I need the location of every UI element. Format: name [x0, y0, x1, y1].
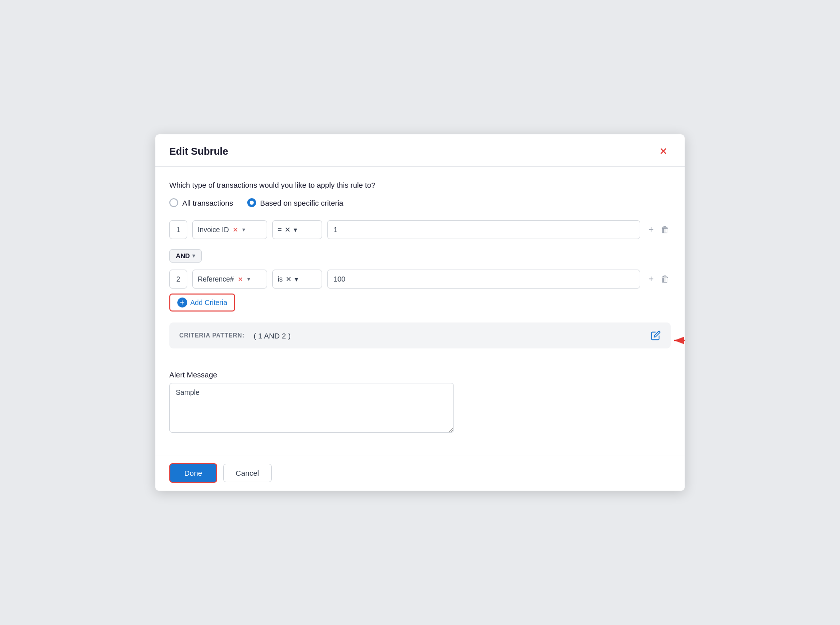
field-select-2[interactable]: Reference# ✕ ▾	[192, 270, 267, 289]
dialog-footer: Done Cancel	[155, 455, 685, 491]
operator-select-1[interactable]: = ✕ ▾	[272, 220, 322, 239]
radio-based-on-criteria[interactable]: Based on specific criteria	[247, 198, 344, 207]
criteria-row-1: 1 Invoice ID ✕ ▾ = ✕ ▾ + 🗑	[169, 220, 671, 239]
field-label-2: Reference#	[198, 275, 234, 283]
alert-message-label: Alert Message	[169, 370, 671, 379]
operator-chevron-1[interactable]: ▾	[294, 226, 297, 234]
criteria-row-2: 2 Reference# ✕ ▾ is ✕ ▾ + 🗑	[169, 270, 671, 289]
row-number-1: 1	[169, 220, 187, 239]
edit-subrule-dialog: Edit Subrule ✕ Which type of transaction…	[155, 134, 685, 491]
field-label-1: Invoice ID	[198, 226, 229, 234]
plus-circle-icon: +	[177, 298, 187, 308]
field-chevron-2[interactable]: ▾	[247, 276, 250, 283]
delete-row-2-button[interactable]: 🗑	[660, 273, 671, 286]
value-input-2[interactable]	[327, 270, 640, 289]
field-select-1[interactable]: Invoice ID ✕ ▾	[192, 220, 267, 239]
radio-group: All transactions Based on specific crite…	[169, 198, 671, 207]
close-button[interactable]: ✕	[656, 145, 671, 157]
criteria-pattern-container: CRITERIA PATTERN: ( 1 AND 2 )	[169, 322, 671, 360]
operator-select-2[interactable]: is ✕ ▾	[272, 270, 322, 289]
value-input-1[interactable]	[327, 220, 640, 239]
add-criteria-label: Add Criteria	[190, 299, 227, 307]
edit-pattern-button[interactable]	[651, 330, 661, 340]
alert-message-section: Alert Message Sample	[169, 370, 671, 435]
and-button[interactable]: AND ▾	[169, 249, 202, 263]
radio-all-label: All transactions	[182, 199, 233, 207]
radio-circle-all	[169, 198, 178, 207]
criteria-pattern-label: CRITERIA PATTERN:	[179, 332, 245, 339]
pencil-icon	[651, 330, 661, 340]
criteria-pattern-value: ( 1 AND 2 )	[254, 331, 291, 340]
field-clear-1[interactable]: ✕	[233, 226, 238, 234]
row-number-2: 2	[169, 270, 187, 289]
add-row-2-button[interactable]: +	[647, 273, 655, 286]
and-button-wrapper: AND ▾	[169, 244, 671, 270]
question-label: Which type of transactions would you lik…	[169, 181, 671, 189]
add-criteria-button[interactable]: + Add Criteria	[169, 294, 235, 312]
dialog-body: Which type of transactions would you lik…	[155, 167, 685, 455]
operator-chevron-2[interactable]: ▾	[295, 275, 298, 283]
operator-label-2: is	[278, 275, 283, 283]
row-actions-1: + 🗑	[647, 224, 671, 236]
row-actions-2: + 🗑	[647, 273, 671, 286]
red-arrow-annotation	[668, 332, 685, 350]
radio-all-transactions[interactable]: All transactions	[169, 198, 233, 207]
field-clear-2[interactable]: ✕	[238, 276, 243, 283]
red-arrow-svg	[668, 332, 685, 348]
and-label: AND	[176, 252, 190, 260]
alert-message-textarea[interactable]: Sample	[169, 383, 454, 433]
field-chevron-1[interactable]: ▾	[242, 226, 245, 233]
delete-row-1-button[interactable]: 🗑	[660, 224, 671, 236]
radio-criteria-label: Based on specific criteria	[260, 199, 344, 207]
radio-circle-criteria	[247, 198, 256, 207]
dialog-title: Edit Subrule	[169, 146, 228, 157]
add-row-1-button[interactable]: +	[647, 224, 655, 236]
operator-clear-1[interactable]: ✕	[285, 226, 291, 234]
and-chevron-icon: ▾	[192, 253, 195, 259]
operator-clear-2[interactable]: ✕	[286, 275, 292, 283]
criteria-pattern-box: CRITERIA PATTERN: ( 1 AND 2 )	[169, 322, 671, 348]
criteria-pattern-content: CRITERIA PATTERN: ( 1 AND 2 )	[179, 331, 291, 340]
done-button[interactable]: Done	[169, 463, 217, 483]
dialog-header: Edit Subrule ✕	[155, 134, 685, 167]
operator-label-1: =	[278, 226, 282, 234]
add-criteria-wrapper: + Add Criteria	[169, 294, 671, 322]
cancel-button[interactable]: Cancel	[223, 464, 272, 482]
